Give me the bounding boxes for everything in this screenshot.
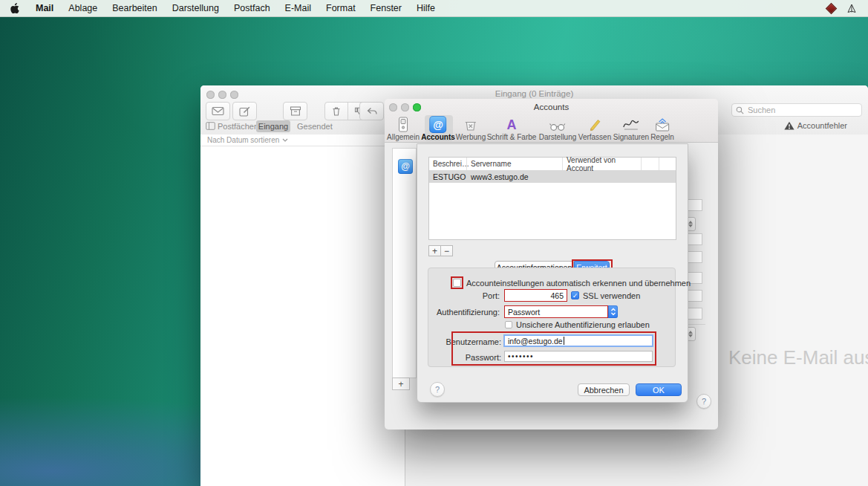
prefs-tab-allgemein[interactable]: Allgemein — [387, 116, 420, 141]
ssl-checkbox[interactable]: ✓ — [571, 291, 579, 299]
prefs-tab-label: Regeln — [650, 133, 674, 141]
fan-menu-icon[interactable] — [846, 3, 858, 13]
sort-bar[interactable]: Nach Datum sortieren — [200, 135, 405, 146]
prefs-tab-darstellung[interactable]: Darstellung — [539, 116, 577, 141]
account-error-indicator[interactable]: Accountfehler — [784, 121, 847, 130]
username-value: info@estugo.de — [508, 337, 563, 346]
prefs-tab-schrift-farbe[interactable]: A Schrift & Farbe — [487, 116, 537, 141]
trash-icon — [331, 106, 342, 116]
smtp-server-table: Beschrei… Servername Verwendet von Accou… — [428, 157, 676, 240]
favorites-sent[interactable]: Gesendet — [297, 122, 333, 131]
auto-detect-checkbox[interactable] — [453, 279, 461, 287]
accounts-sidebar-list — [392, 148, 417, 378]
header-servername[interactable]: Servername — [467, 158, 563, 170]
cell-used-by — [563, 171, 642, 183]
envelope-icon — [212, 106, 224, 116]
accounts-at-icon: @ — [430, 116, 447, 133]
main-window-title: Eingang (0 Einträge) — [200, 89, 868, 98]
archive-box-icon — [290, 106, 301, 116]
screen: Mail Ablage Bearbeiten Darstellung Postf… — [0, 0, 868, 486]
cell-servername: www3.estugo.de — [467, 171, 563, 183]
menu-item-ablage[interactable]: Ablage — [61, 0, 105, 16]
signature-icon — [622, 116, 640, 133]
prefs-tab-label: Schrift & Farbe — [487, 133, 537, 141]
prefs-tab-label: Accounts — [421, 133, 455, 141]
cell-description: ESTUGO — [429, 171, 467, 183]
prefs-window-title: Accounts — [385, 103, 718, 111]
mailbox-sidebar-icon[interactable] — [206, 122, 215, 130]
apple-menu[interactable] — [0, 3, 28, 13]
port-label: Port: — [428, 291, 500, 300]
auto-detect-label: Accounteinstellungen automatisch erkenne… — [466, 279, 691, 288]
archive-button[interactable] — [283, 102, 307, 120]
sidebar-account-item[interactable]: @ — [398, 159, 413, 174]
accounts-preferences-window: Accounts Allgemein @ Accounts — [385, 99, 718, 430]
red-diamond-status-icon[interactable] — [826, 2, 838, 14]
cancel-button[interactable]: Abbrechen — [578, 383, 630, 396]
text-caret — [564, 337, 565, 345]
menu-item-mail[interactable]: Mail — [28, 0, 61, 16]
prefs-tab-werbung[interactable]: Werbung — [456, 116, 486, 141]
fonts-colors-icon: A — [506, 116, 516, 133]
remove-server-button[interactable]: − — [440, 245, 453, 256]
username-label: Benutzername: — [428, 337, 501, 346]
reply-arrow-icon — [366, 107, 378, 116]
chevron-down-icon — [282, 138, 288, 142]
menu-item-fenster[interactable]: Fenster — [363, 0, 409, 16]
insecure-auth-checkbox[interactable] — [505, 321, 512, 328]
prefs-tab-signaturen[interactable]: Signaturen — [613, 116, 649, 141]
prefs-tab-label: Signaturen — [613, 133, 649, 141]
ok-button[interactable]: OK — [636, 383, 682, 396]
header-empty — [659, 158, 676, 170]
dialog-help-button[interactable]: ? — [430, 382, 445, 397]
prefs-help-button[interactable]: ? — [696, 394, 711, 409]
reply-button[interactable] — [359, 102, 384, 120]
menu-item-postfach[interactable]: Postfach — [226, 0, 278, 16]
menu-item-bearbeiten[interactable]: Bearbeiten — [105, 0, 164, 16]
menu-item-hilfe[interactable]: Hilfe — [409, 0, 443, 16]
prefs-tab-verfassen[interactable]: Verfassen — [578, 116, 611, 141]
header-description[interactable]: Beschrei… — [429, 158, 467, 170]
prefs-tab-label: Darstellung — [539, 133, 577, 141]
auth-dropdown[interactable]: Passwort — [504, 305, 608, 318]
ssl-label: SSL verwenden — [583, 291, 640, 300]
compose-icon — [239, 106, 250, 117]
table-header-row: Beschrei… Servername Verwendet von Accou… — [429, 158, 676, 171]
prefs-tab-regeln[interactable]: Regeln — [650, 116, 674, 141]
eyeglasses-icon — [549, 116, 566, 133]
prefs-tab-accounts[interactable]: @ Accounts — [421, 116, 455, 141]
rules-envelope-icon — [654, 116, 670, 133]
compose-button[interactable] — [232, 102, 257, 120]
smtp-server-dialog: Beschrei… Servername Verwendet von Accou… — [417, 143, 688, 403]
warning-triangle-icon — [784, 121, 794, 130]
delete-button[interactable] — [325, 103, 348, 120]
junk-basket-icon — [463, 116, 478, 133]
sidebar-add-account-button[interactable]: + — [392, 378, 410, 390]
prefs-tab-label: Verfassen — [578, 133, 611, 141]
favorites-mailboxes[interactable]: Postfächer — [218, 122, 257, 131]
get-mail-button[interactable] — [206, 102, 230, 120]
table-row[interactable]: ESTUGO www3.estugo.de — [429, 171, 676, 183]
username-field[interactable]: info@estugo.de — [503, 334, 653, 347]
menu-item-format[interactable]: Format — [319, 0, 363, 16]
account-error-label: Accountfehler — [797, 121, 847, 130]
search-field[interactable] — [731, 103, 862, 117]
search-icon — [736, 106, 744, 114]
apple-logo-icon — [10, 3, 19, 13]
search-input[interactable] — [746, 105, 858, 115]
message-list: Nach Datum sortieren — [200, 135, 405, 486]
prefs-window-chrome: Accounts Allgemein @ Accounts — [385, 99, 718, 143]
empty-viewer-message: Keine E-Mail ausgewählt — [728, 346, 868, 369]
dropdown-arrows-icon[interactable] — [608, 305, 618, 318]
add-server-button[interactable]: + — [428, 245, 441, 256]
menu-item-darstellung[interactable]: Darstellung — [165, 0, 226, 16]
menu-item-email[interactable]: E-Mail — [278, 0, 319, 16]
port-field[interactable]: 465 — [504, 289, 567, 302]
prefs-tab-label: Allgemein — [387, 133, 420, 141]
menu-bar: Mail Ablage Bearbeiten Darstellung Postf… — [0, 0, 868, 17]
favorites-inbox-selected[interactable]: Eingang — [256, 120, 290, 132]
sort-label: Nach Datum sortieren — [207, 136, 279, 144]
password-field[interactable]: ••••••• — [504, 351, 653, 362]
header-used-by[interactable]: Verwendet von Account — [563, 158, 642, 170]
password-label: Passwort: — [428, 353, 501, 362]
